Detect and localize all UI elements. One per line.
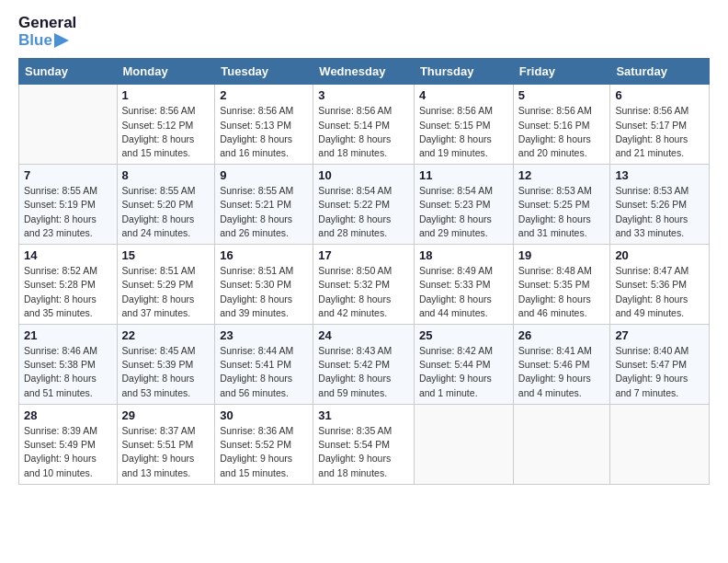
weekday-header-friday: Friday — [513, 59, 610, 85]
calendar-cell: 6Sunrise: 8:56 AM Sunset: 5:17 PM Daylig… — [610, 85, 710, 165]
day-number: 12 — [518, 168, 606, 182]
calendar-cell: 19Sunrise: 8:48 AM Sunset: 5:35 PM Dayli… — [513, 245, 610, 325]
calendar-cell — [19, 85, 118, 165]
day-info: Sunrise: 8:48 AM Sunset: 5:35 PM Dayligh… — [518, 264, 606, 320]
day-number: 8 — [122, 168, 210, 182]
day-number: 29 — [122, 408, 210, 422]
calendar-cell: 16Sunrise: 8:51 AM Sunset: 5:30 PM Dayli… — [215, 245, 313, 325]
calendar-cell: 8Sunrise: 8:55 AM Sunset: 5:20 PM Daylig… — [117, 165, 215, 245]
calendar-cell: 2Sunrise: 8:56 AM Sunset: 5:13 PM Daylig… — [215, 85, 313, 165]
day-info: Sunrise: 8:55 AM Sunset: 5:21 PM Dayligh… — [220, 184, 308, 240]
calendar-cell: 29Sunrise: 8:37 AM Sunset: 5:51 PM Dayli… — [117, 404, 215, 484]
day-number: 21 — [24, 328, 112, 342]
weekday-header-tuesday: Tuesday — [215, 59, 313, 85]
day-info: Sunrise: 8:51 AM Sunset: 5:29 PM Dayligh… — [122, 264, 210, 320]
day-number: 1 — [122, 88, 210, 102]
weekday-header-sunday: Sunday — [19, 59, 118, 85]
calendar-cell: 3Sunrise: 8:56 AM Sunset: 5:14 PM Daylig… — [313, 85, 415, 165]
day-number: 23 — [220, 328, 308, 342]
day-info: Sunrise: 8:55 AM Sunset: 5:20 PM Dayligh… — [122, 184, 210, 240]
calendar-cell: 24Sunrise: 8:43 AM Sunset: 5:42 PM Dayli… — [313, 325, 415, 405]
day-info: Sunrise: 8:45 AM Sunset: 5:39 PM Dayligh… — [122, 344, 210, 400]
day-number: 27 — [615, 328, 704, 342]
day-info: Sunrise: 8:46 AM Sunset: 5:38 PM Dayligh… — [24, 344, 112, 400]
calendar-cell: 13Sunrise: 8:53 AM Sunset: 5:26 PM Dayli… — [610, 165, 710, 245]
day-info: Sunrise: 8:36 AM Sunset: 5:52 PM Dayligh… — [220, 424, 308, 480]
day-info: Sunrise: 8:39 AM Sunset: 5:49 PM Dayligh… — [24, 424, 112, 480]
calendar-cell: 17Sunrise: 8:50 AM Sunset: 5:32 PM Dayli… — [313, 245, 415, 325]
calendar-week-row: 28Sunrise: 8:39 AM Sunset: 5:49 PM Dayli… — [19, 404, 710, 484]
calendar-cell: 11Sunrise: 8:54 AM Sunset: 5:23 PM Dayli… — [414, 165, 513, 245]
day-info: Sunrise: 8:43 AM Sunset: 5:42 PM Dayligh… — [318, 344, 409, 400]
day-info: Sunrise: 8:49 AM Sunset: 5:33 PM Dayligh… — [419, 264, 508, 320]
calendar-cell: 9Sunrise: 8:55 AM Sunset: 5:21 PM Daylig… — [215, 165, 313, 245]
day-info: Sunrise: 8:56 AM Sunset: 5:12 PM Dayligh… — [122, 104, 210, 160]
day-number: 26 — [518, 328, 606, 342]
calendar-cell: 27Sunrise: 8:40 AM Sunset: 5:47 PM Dayli… — [610, 325, 710, 405]
day-number: 5 — [518, 88, 606, 102]
calendar-body: 1Sunrise: 8:56 AM Sunset: 5:12 PM Daylig… — [19, 85, 710, 484]
day-info: Sunrise: 8:44 AM Sunset: 5:41 PM Dayligh… — [220, 344, 308, 400]
day-info: Sunrise: 8:50 AM Sunset: 5:32 PM Dayligh… — [318, 264, 409, 320]
day-info: Sunrise: 8:56 AM Sunset: 5:15 PM Dayligh… — [419, 104, 508, 160]
weekday-header-saturday: Saturday — [610, 59, 710, 85]
day-number: 2 — [220, 88, 308, 102]
calendar-cell: 30Sunrise: 8:36 AM Sunset: 5:52 PM Dayli… — [215, 404, 313, 484]
calendar-cell — [513, 404, 610, 484]
weekday-header-row: SundayMondayTuesdayWednesdayThursdayFrid… — [19, 59, 710, 85]
calendar-week-row: 7Sunrise: 8:55 AM Sunset: 5:19 PM Daylig… — [19, 165, 710, 245]
day-number: 9 — [220, 168, 308, 182]
day-number: 11 — [419, 168, 508, 182]
day-number: 14 — [24, 248, 112, 262]
day-number: 16 — [220, 248, 308, 262]
day-info: Sunrise: 8:56 AM Sunset: 5:13 PM Dayligh… — [220, 104, 308, 160]
calendar-table: SundayMondayTuesdayWednesdayThursdayFrid… — [18, 58, 710, 484]
calendar-cell: 12Sunrise: 8:53 AM Sunset: 5:25 PM Dayli… — [513, 165, 610, 245]
calendar-cell: 5Sunrise: 8:56 AM Sunset: 5:16 PM Daylig… — [513, 85, 610, 165]
day-number: 4 — [419, 88, 508, 102]
day-number: 19 — [518, 248, 606, 262]
day-number: 13 — [615, 168, 704, 182]
day-number: 6 — [615, 88, 704, 102]
calendar-cell: 28Sunrise: 8:39 AM Sunset: 5:49 PM Dayli… — [19, 404, 118, 484]
day-info: Sunrise: 8:52 AM Sunset: 5:28 PM Dayligh… — [24, 264, 112, 320]
calendar-week-row: 21Sunrise: 8:46 AM Sunset: 5:38 PM Dayli… — [19, 325, 710, 405]
day-info: Sunrise: 8:55 AM Sunset: 5:19 PM Dayligh… — [24, 184, 112, 240]
calendar-cell — [610, 404, 710, 484]
calendar-cell: 14Sunrise: 8:52 AM Sunset: 5:28 PM Dayli… — [19, 245, 118, 325]
calendar-cell: 26Sunrise: 8:41 AM Sunset: 5:46 PM Dayli… — [513, 325, 610, 405]
day-number: 20 — [615, 248, 704, 262]
calendar-cell: 15Sunrise: 8:51 AM Sunset: 5:29 PM Dayli… — [117, 245, 215, 325]
day-info: Sunrise: 8:53 AM Sunset: 5:25 PM Dayligh… — [518, 184, 606, 240]
day-number: 3 — [318, 88, 409, 102]
weekday-header-monday: Monday — [117, 59, 215, 85]
logo-blue: Blue — [18, 32, 76, 50]
calendar-cell: 7Sunrise: 8:55 AM Sunset: 5:19 PM Daylig… — [19, 165, 118, 245]
day-info: Sunrise: 8:54 AM Sunset: 5:23 PM Dayligh… — [419, 184, 508, 240]
day-number: 24 — [318, 328, 409, 342]
logo-general: General — [18, 15, 76, 32]
day-number: 30 — [220, 408, 308, 422]
calendar-cell: 23Sunrise: 8:44 AM Sunset: 5:41 PM Dayli… — [215, 325, 313, 405]
day-number: 31 — [318, 408, 409, 422]
calendar-cell: 25Sunrise: 8:42 AM Sunset: 5:44 PM Dayli… — [414, 325, 513, 405]
day-info: Sunrise: 8:56 AM Sunset: 5:16 PM Dayligh… — [518, 104, 606, 160]
calendar-cell: 22Sunrise: 8:45 AM Sunset: 5:39 PM Dayli… — [117, 325, 215, 405]
day-number: 28 — [24, 408, 112, 422]
day-info: Sunrise: 8:35 AM Sunset: 5:54 PM Dayligh… — [318, 424, 409, 480]
logo: General Blue — [18, 15, 76, 49]
day-number: 7 — [24, 168, 112, 182]
calendar-header: SundayMondayTuesdayWednesdayThursdayFrid… — [19, 59, 710, 85]
calendar-cell: 4Sunrise: 8:56 AM Sunset: 5:15 PM Daylig… — [414, 85, 513, 165]
weekday-header-thursday: Thursday — [414, 59, 513, 85]
day-number: 25 — [419, 328, 508, 342]
calendar-cell: 31Sunrise: 8:35 AM Sunset: 5:54 PM Dayli… — [313, 404, 415, 484]
day-info: Sunrise: 8:37 AM Sunset: 5:51 PM Dayligh… — [122, 424, 210, 480]
day-number: 15 — [122, 248, 210, 262]
calendar-cell: 18Sunrise: 8:49 AM Sunset: 5:33 PM Dayli… — [414, 245, 513, 325]
logo-arrow — [54, 33, 73, 48]
calendar-week-row: 14Sunrise: 8:52 AM Sunset: 5:28 PM Dayli… — [19, 245, 710, 325]
logo-mark: General Blue — [18, 15, 76, 49]
weekday-header-wednesday: Wednesday — [313, 59, 415, 85]
day-info: Sunrise: 8:53 AM Sunset: 5:26 PM Dayligh… — [615, 184, 704, 240]
